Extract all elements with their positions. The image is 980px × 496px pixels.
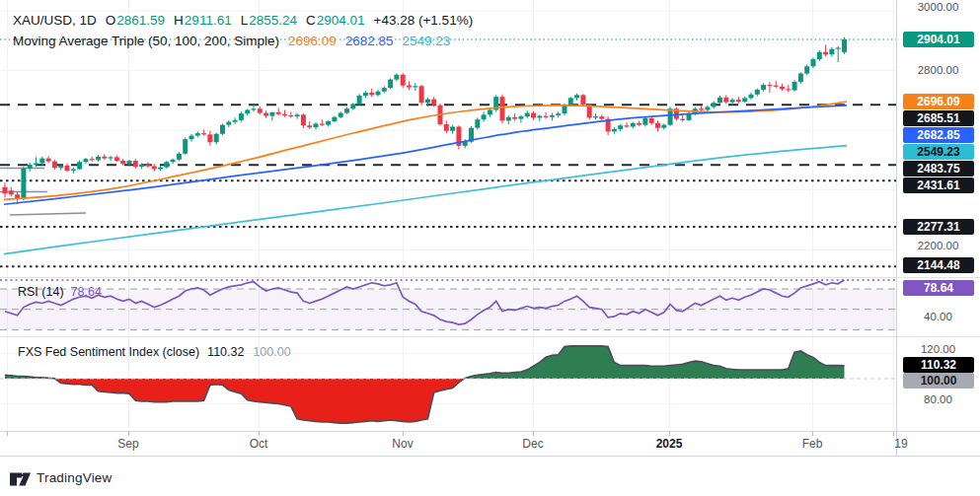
candle [612,127,617,134]
price-badge: 110.32 [903,357,974,373]
candle [829,47,834,57]
time-axis-label: Feb [783,437,842,451]
candle [482,111,487,121]
price-axis-label: 2200.00 [896,240,980,251]
candle [413,83,417,91]
candle [550,113,555,121]
candle [226,120,231,127]
candle [642,116,647,126]
candle [307,121,312,129]
candle [842,37,847,54]
symbol-legend[interactable]: XAU/USD, 1DO2861.59H2911.61L2855.24C2904… [13,13,473,28]
candle [531,111,536,120]
open-label: O [106,13,116,28]
candle [649,116,654,124]
close-label: C [306,13,316,28]
candle [71,168,76,174]
candle [350,103,355,109]
candle [792,80,797,92]
symbol-title: XAU/USD, 1D [13,13,97,28]
candle [736,97,741,104]
price-axis-label: 120.00 [896,343,980,355]
candle [755,89,760,97]
candle [9,187,14,197]
ma-line-sma50 [4,102,847,199]
candle [493,95,498,111]
candle [28,163,33,172]
candle [3,182,8,197]
candle [314,122,319,129]
price-axis-label: 80.00 [896,393,980,405]
open-value: 2861.59 [116,13,165,28]
candle [344,106,349,113]
ma200-value: 2549.23 [403,34,451,48]
candle [593,113,598,119]
candle [363,91,368,98]
candle [109,156,113,161]
high-value: 2911.61 [185,13,232,28]
candle [394,74,399,82]
close-value: 2904.01 [317,13,365,28]
price-axis-label: 2800.00 [896,64,980,76]
tradingview-logo-text: TradingView [37,470,113,485]
candle [282,110,287,117]
rsi-legend-title: RSI (14) [18,285,64,299]
candle [288,111,293,117]
candle [661,123,666,129]
price-badge: 2904.01 [903,32,974,47]
chart-canvas[interactable] [0,0,980,496]
candle [780,84,785,91]
candle [152,164,157,172]
candle [233,117,238,124]
candle [65,163,70,172]
rsi-legend[interactable]: RSI (14)78.64 [18,285,102,299]
candle [258,106,263,114]
candle [369,89,374,97]
price-axis-label: 40.00 [896,311,980,322]
time-axis-label: Dec [503,437,563,451]
candle [506,115,511,124]
time-axis-label: Oct [229,437,288,451]
rsi-value: 78.64 [71,285,102,299]
candle [749,93,754,100]
price-badge: 78.64 [903,280,974,296]
candle [220,123,225,135]
fxs-legend[interactable]: FXS Fed Sentiment Index (close)110.32100… [18,345,291,359]
candle [90,157,95,162]
candle [544,112,549,119]
candle [817,50,822,61]
candle [301,113,306,128]
candle [699,106,704,111]
candle [680,115,685,122]
candle [382,86,387,93]
candle [77,160,82,170]
candle [606,116,611,135]
candle [823,44,828,56]
tradingview-logo[interactable]: TradingView [10,469,113,486]
candle [239,111,244,121]
candle [631,122,636,129]
rsi-pane [0,280,896,329]
candle [357,94,362,106]
time-axis-label: 2025 [640,437,699,451]
candle [96,155,101,162]
ma50-value: 2696.09 [288,34,337,48]
fxs-value: 110.32 [207,345,244,359]
candle [742,97,747,104]
candle [320,119,325,126]
candle [145,162,150,168]
candle [21,167,26,200]
tradingview-icon [10,469,31,486]
candle [164,161,169,169]
change-value: +43.28 (+1.51%) [374,13,474,28]
candle [444,120,449,133]
candle [512,113,517,120]
candle [207,131,212,146]
high-label: H [174,13,184,28]
candle [798,72,803,84]
candle [195,131,200,137]
candle [625,122,630,127]
ma-legend[interactable]: Moving Average Triple (50, 100, 200, Sim… [13,34,450,48]
price-badge: 100.00 [903,373,974,389]
candle [276,107,281,115]
